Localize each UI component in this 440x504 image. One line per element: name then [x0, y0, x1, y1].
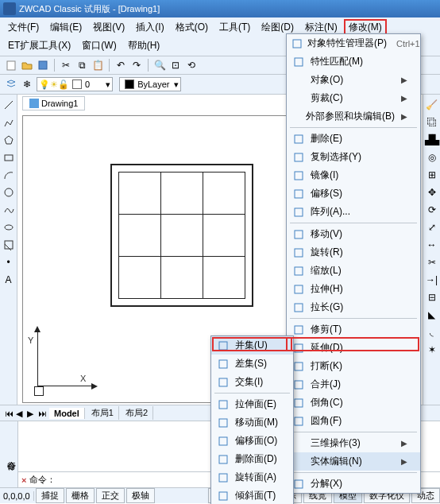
- tab-layout2[interactable]: 布局2: [121, 406, 153, 420]
- menu-item[interactable]: 实体编辑(N)▶: [287, 452, 420, 471]
- spline-icon[interactable]: [2, 203, 16, 217]
- cut-icon[interactable]: ✂: [60, 59, 72, 72]
- open-icon[interactable]: [21, 59, 33, 72]
- point-icon[interactable]: •: [2, 255, 16, 269]
- menu-et[interactable]: ET扩展工具(X): [3, 37, 75, 54]
- status-grid[interactable]: 栅格: [66, 488, 95, 503]
- svg-rect-20: [295, 304, 303, 312]
- line-icon[interactable]: [2, 98, 16, 112]
- menu-edit[interactable]: 编辑(E): [45, 19, 87, 36]
- svg-rect-15: [295, 208, 303, 216]
- menu-window[interactable]: 窗口(W): [77, 37, 121, 54]
- copy-icon[interactable]: ⧉: [75, 59, 88, 72]
- menu-item[interactable]: 偏移面(O): [211, 432, 293, 450]
- explode-tool-icon[interactable]: ✶: [425, 343, 439, 357]
- layer-dropdown[interactable]: 💡☀🔓 0 ▾: [37, 77, 113, 91]
- menu-item[interactable]: 移动(V): [287, 225, 420, 243]
- menu-item[interactable]: 阵列(A)...: [287, 203, 420, 221]
- menu-item[interactable]: 差集(S): [211, 355, 293, 373]
- layer-mgr-icon[interactable]: [5, 78, 17, 91]
- pline-icon[interactable]: [2, 115, 16, 130]
- menu-item[interactable]: 拉伸面(E): [211, 395, 293, 413]
- menu-item[interactable]: 修剪(T): [287, 320, 420, 339]
- document-tab[interactable]: Drawing1: [22, 96, 85, 110]
- menu-item[interactable]: 三维操作(3)▶: [287, 434, 420, 452]
- copy-tool-icon[interactable]: ⿻: [425, 115, 439, 130]
- tab-next-icon[interactable]: ▶: [27, 409, 37, 418]
- tab-model[interactable]: Model: [49, 408, 85, 419]
- zoom-window-icon[interactable]: ⊡: [169, 59, 182, 72]
- menu-format[interactable]: 格式(O): [171, 19, 213, 36]
- move-tool-icon[interactable]: ✥: [425, 185, 439, 200]
- color-dropdown[interactable]: ByLayer ▾: [119, 77, 181, 91]
- menu-item[interactable]: 交集(I): [211, 373, 293, 391]
- menu-item[interactable]: 拉长(G): [287, 298, 420, 316]
- save-icon[interactable]: [37, 59, 49, 72]
- offset-tool-icon[interactable]: ◎: [425, 150, 439, 165]
- menu-item[interactable]: 外部参照和块编辑(B)▶: [287, 107, 420, 126]
- extend-tool-icon[interactable]: →|: [425, 273, 439, 287]
- tab-last-icon[interactable]: ⏭: [38, 409, 48, 418]
- hatch-icon[interactable]: [2, 238, 16, 252]
- menu-item[interactable]: 倾斜面(T): [211, 487, 293, 504]
- tab-first-icon[interactable]: ⏮: [5, 409, 14, 418]
- trim-tool-icon[interactable]: ✂: [425, 255, 439, 269]
- menu-item[interactable]: 并集(U): [211, 336, 293, 355]
- close-icon[interactable]: ×: [21, 475, 26, 485]
- erase-tool-icon[interactable]: 🧹: [425, 98, 439, 112]
- zoom-realtime-icon[interactable]: 🔍: [153, 59, 166, 72]
- rect-icon[interactable]: [2, 150, 16, 165]
- chamfer-tool-icon[interactable]: ◣: [425, 308, 439, 322]
- undo-icon[interactable]: ↶: [114, 59, 127, 72]
- menu-item[interactable]: 剪裁(C)▶: [287, 89, 420, 107]
- arc-icon[interactable]: [2, 168, 16, 182]
- status-ortho[interactable]: 正交: [96, 488, 125, 503]
- menu-item[interactable]: 复制选择(Y): [287, 148, 420, 166]
- text-icon[interactable]: A: [2, 273, 16, 287]
- menu-help[interactable]: 帮助(H): [123, 37, 165, 54]
- paste-icon[interactable]: 📋: [91, 59, 104, 72]
- menu-item[interactable]: 拉伸(H): [287, 280, 420, 298]
- menu-item[interactable]: 删除(E): [287, 130, 420, 148]
- array-tool-icon[interactable]: ⊞: [425, 168, 439, 182]
- menu-item[interactable]: 圆角(F): [287, 412, 420, 430]
- menu-item[interactable]: 旋转(R): [287, 243, 420, 262]
- circle-icon[interactable]: [2, 185, 16, 200]
- menu-item[interactable]: 特性匹配(M): [287, 52, 420, 71]
- menu-item[interactable]: 对象(O)▶: [287, 71, 420, 89]
- menu-item[interactable]: 偏移(S): [287, 184, 420, 203]
- status-polar[interactable]: 极轴: [126, 488, 155, 503]
- ellipse-icon[interactable]: [2, 220, 16, 235]
- zoom-prev-icon[interactable]: ⟲: [185, 59, 198, 72]
- menu-item[interactable]: 删除面(D): [211, 450, 293, 468]
- layer-freeze-icon[interactable]: ❄: [21, 78, 33, 91]
- menu-item-label: 拉伸面(E): [235, 397, 280, 411]
- rotate-tool-icon[interactable]: ⟳: [425, 203, 439, 217]
- menu-item[interactable]: 合并(J): [287, 375, 420, 394]
- menu-insert[interactable]: 插入(I): [131, 19, 168, 36]
- menu-item[interactable]: 延伸(D): [287, 339, 420, 357]
- redo-icon[interactable]: ↷: [130, 59, 143, 72]
- menu-item[interactable]: 移动面(M): [211, 413, 293, 432]
- new-icon[interactable]: [5, 59, 17, 72]
- stretch-tool-icon[interactable]: ↔: [425, 238, 439, 252]
- taper-face-icon: [216, 490, 230, 502]
- tab-prev-icon[interactable]: ◀: [16, 409, 25, 418]
- menu-view[interactable]: 视图(V): [88, 19, 129, 36]
- menu-tools[interactable]: 工具(T): [214, 19, 255, 36]
- menu-item[interactable]: 镜像(I): [287, 166, 420, 184]
- menu-item[interactable]: 旋转面(A): [211, 468, 293, 487]
- menu-item[interactable]: 缩放(L): [287, 262, 420, 280]
- menu-item[interactable]: 分解(X): [287, 475, 420, 493]
- menu-file[interactable]: 文件(F): [3, 19, 44, 36]
- status-snap[interactable]: 捕捉: [36, 488, 64, 503]
- break-tool-icon[interactable]: ⊟: [425, 290, 439, 304]
- scale-tool-icon[interactable]: ⤢: [425, 220, 439, 235]
- menu-item[interactable]: 打断(K): [287, 357, 420, 375]
- menu-item[interactable]: 倒角(C): [287, 394, 420, 412]
- mirror-tool-icon[interactable]: ▟▙: [425, 133, 439, 147]
- menu-item[interactable]: 对象特性管理器(P)Ctrl+1: [287, 34, 420, 52]
- polygon-icon[interactable]: [2, 133, 16, 147]
- tab-layout1[interactable]: 布局1: [87, 406, 119, 420]
- fillet-tool-icon[interactable]: ◟: [425, 325, 439, 339]
